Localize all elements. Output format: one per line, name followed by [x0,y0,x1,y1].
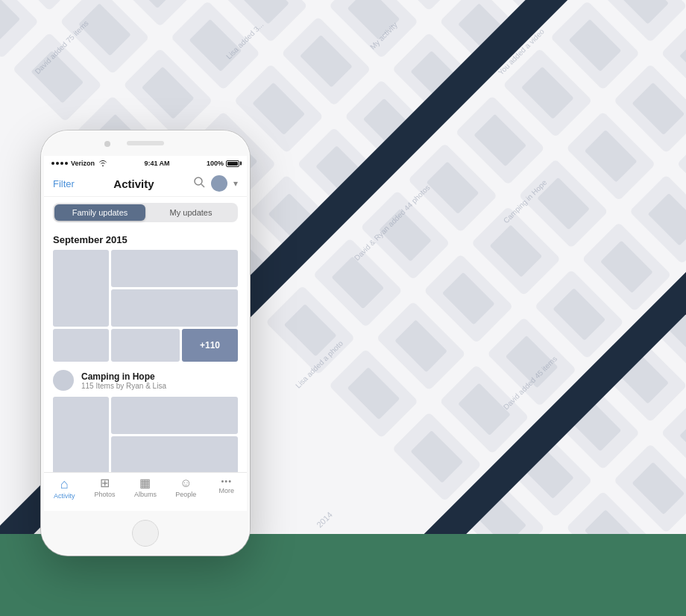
tab-more[interactable]: ••• More [210,477,243,494]
user-avatar[interactable] [211,175,227,192]
signal-dot-4 [65,162,68,165]
tab-people-label: People [175,491,196,498]
tab-albums-label: Albums [134,491,157,498]
tab-photos[interactable]: ⊞ Photos [89,477,122,498]
phone-camera [104,141,110,147]
tab-albums[interactable]: ▦ Albums [129,477,162,498]
battery-percent: 100% [207,160,224,167]
battery-icon [226,160,239,167]
signal-dot-2 [56,162,59,165]
photo-more-overlay-1[interactable]: +110 [182,329,238,362]
home-icon: ⌂ [60,477,69,491]
nav-action-icons: ▾ [193,175,238,192]
wifi-icon [98,159,107,168]
nav-header: Filter Activity ▾ [44,171,247,197]
segment-family-updates[interactable]: Family updates [54,204,145,221]
activity-scroll-content: September 2015 +110 Campin [44,228,247,486]
filter-button[interactable]: Filter [53,178,75,189]
photo-cell-bottom-left[interactable] [53,329,109,362]
tab-activity[interactable]: ⌂ Activity [48,477,81,500]
albums-icon: ▦ [139,477,151,489]
signal-dot-3 [60,162,63,165]
album-details: Camping in Hope 115 Items by Ryan & Lisa [81,371,166,390]
photo-cell-bottom-mid[interactable] [111,329,180,362]
album-title: Camping in Hope [81,371,166,382]
photo-grid-first [53,250,238,327]
photo-cell-top-right-1[interactable] [111,250,238,287]
photo-grid-third [53,397,238,474]
more-dots-icon: ••• [221,477,232,485]
photo-cell-top-right-4[interactable] [111,436,238,474]
photo-cell-top-right-3[interactable] [111,397,238,434]
svg-line-12 [201,184,204,187]
photos-icon: ⊞ [100,477,110,489]
status-bar-right: 100% [207,160,239,167]
album-meta: 115 Items by Ryan & Lisa [81,382,166,390]
status-bar-left: Verizon [51,159,107,168]
photo-cell-tall-left-2[interactable] [53,397,109,474]
phone-screen: Verizon 9:41 AM 100% [44,156,247,511]
tab-activity-label: Activity [54,492,75,500]
home-button[interactable] [132,520,159,547]
phone-outer-shell: Verizon 9:41 AM 100% [41,131,250,556]
tab-bar: ⌂ Activity ⊞ Photos ▦ Albums ☺ People ••… [44,472,247,511]
page-title: Activity [113,177,154,190]
phone-speaker [127,141,164,145]
search-icon[interactable] [193,176,205,191]
photo-cell-tall-left[interactable] [53,250,109,327]
section-date-header: September 2015 [53,228,238,250]
carrier-label: Verizon [71,160,95,167]
phone-device: Verizon 9:41 AM 100% [41,131,250,556]
more-icon[interactable]: ▾ [233,178,238,189]
svg-point-11 [195,177,202,185]
tab-people[interactable]: ☺ People [169,477,202,498]
segment-control: Family updates My updates [53,203,238,222]
album-avatar [53,370,74,391]
tab-more-label: More [218,487,234,494]
album-info-row[interactable]: Camping in Hope 115 Items by Ryan & Lisa [53,364,238,397]
people-icon: ☺ [180,477,192,489]
status-time: 9:41 AM [144,160,169,167]
signal-dot-1 [51,162,54,165]
photo-cell-top-right-2[interactable] [111,289,238,327]
tab-photos-label: Photos [95,491,116,498]
battery-fill [227,162,238,166]
status-bar: Verizon 9:41 AM 100% [44,156,247,171]
segment-my-updates[interactable]: My updates [145,204,236,221]
photo-grid-second: +110 [53,329,238,362]
signal-dots [51,162,68,165]
